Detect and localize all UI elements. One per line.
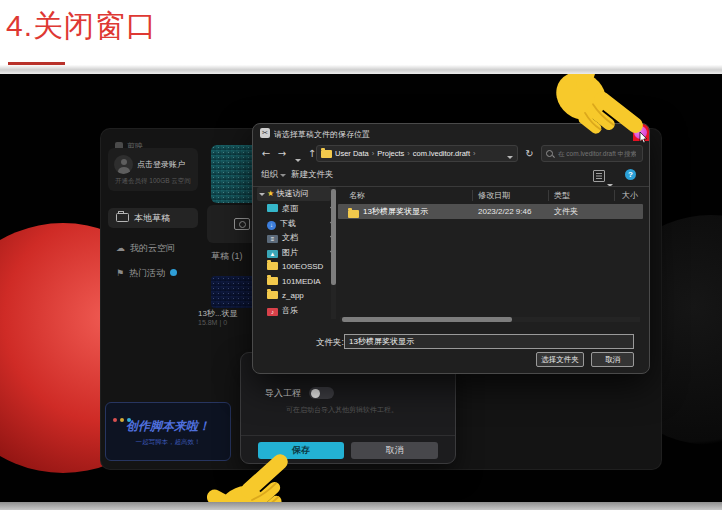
import-project-label: 导入工程 [265, 387, 301, 400]
view-options-button[interactable] [593, 170, 605, 182]
address-bar[interactable]: User Data › Projects › com.lveditor.draf… [316, 145, 518, 162]
breadcrumb-folder-icon [321, 150, 332, 158]
sidebar-scrollbar[interactable] [331, 187, 336, 319]
sidebar-item-local-drafts[interactable]: 本地草稿 [108, 208, 198, 228]
file-date: 2023/2/22 9:46 [478, 204, 531, 219]
folder-icon [267, 262, 278, 270]
tutorial-page: 4.关闭窗口 剪映 点击登录账户 开通会员得 100GB 云空间 本地草稿 ☁我… [0, 0, 722, 510]
scrollbar-thumb[interactable] [331, 189, 336, 285]
new-folder-button[interactable]: 新建文件夹 [291, 169, 334, 181]
back-button[interactable]: ← [259, 146, 273, 162]
folder-icon [267, 277, 278, 285]
bottom-edge-bar [0, 502, 722, 510]
toggle-knob [311, 389, 320, 398]
documents-icon: ≡ [267, 235, 278, 243]
organize-button[interactable]: 组织 [261, 169, 286, 181]
folder-outline-icon [116, 213, 129, 222]
file-row[interactable]: 13秒横屏奖状显示 2023/2/22 9:46 文件夹 [338, 204, 643, 219]
sidebar-item-desktop[interactable]: 桌面 [267, 202, 298, 216]
breadcrumb-item[interactable]: Projects [377, 149, 404, 158]
avatar [114, 155, 133, 174]
promo-banner[interactable]: 创作脚本来啦！ 一起写脚本，超高效！ [105, 402, 231, 461]
folder-icon [348, 210, 359, 218]
dialog-cancel-button[interactable]: 取消 [591, 352, 634, 367]
folder-name-input[interactable] [344, 334, 634, 349]
desktop-stage: 剪映 点击登录账户 开通会员得 100GB 云空间 本地草稿 ☁我的云空间 ⚑热… [0, 74, 722, 502]
camera-icon [234, 218, 250, 230]
file-type: 文件夹 [554, 204, 578, 219]
header-divider [0, 65, 722, 74]
login-card[interactable]: 点击登录账户 开通会员得 100GB 云空间 [108, 148, 198, 191]
downloads-icon: ↓ [267, 221, 276, 230]
dialog-app-icon: ✂ [260, 128, 270, 138]
dialog-title: 请选择草稿文件的保存位置 [274, 129, 370, 140]
music-icon: ♪ [267, 308, 278, 316]
file-name: 13秒横屏奖状显示 [363, 204, 428, 219]
settings-cancel-button[interactable]: 取消 [351, 442, 438, 459]
forward-button[interactable]: → [275, 146, 289, 162]
breadcrumb-item[interactable]: com.lveditor.draft [413, 149, 470, 158]
column-header-date[interactable]: 修改日期 [478, 190, 510, 201]
column-header-size[interactable]: 大小 [622, 190, 638, 201]
desktop-icon [267, 204, 278, 212]
sidebar-item-music[interactable]: ♪音乐 [267, 304, 298, 318]
file-dialog: ✂ 请选择草稿文件的保存位置 ← → ↑ User Data › Project… [252, 123, 650, 374]
drafts-section-label: 草稿 (1) [211, 250, 243, 263]
breadcrumb-separator: › [473, 149, 476, 158]
draft-name: 13秒...状显 [198, 308, 238, 319]
banner-subtitle: 一起写脚本，超高效！ [106, 438, 230, 447]
cloud-icon: ☁ [116, 243, 125, 253]
breadcrumb-separator: › [372, 149, 375, 158]
sidebar-item-hot-activities[interactable]: ⚑热门活动 [108, 263, 198, 283]
horizontal-scrollbar[interactable] [340, 317, 640, 322]
activity-badge [170, 269, 177, 276]
search-icon [546, 150, 553, 157]
login-title[interactable]: 点击登录账户 [137, 159, 185, 170]
scrollbar-thumb[interactable] [342, 317, 512, 322]
sidebar-item-downloads[interactable]: ↓下载 [267, 217, 296, 231]
import-project-toggle[interactable] [309, 387, 334, 399]
star-icon: ★ [267, 189, 274, 198]
breadcrumb-separator: › [407, 149, 410, 158]
sidebar-item-pictures[interactable]: ▲图片 [267, 246, 298, 260]
banner-title: 创作脚本来啦！ [106, 418, 230, 435]
sidebar-item-folder[interactable]: z_app [267, 289, 304, 303]
refresh-button[interactable]: ↻ [522, 146, 537, 162]
folder-icon [267, 291, 278, 299]
login-subtitle: 开通会员得 100GB 云空间 [115, 177, 191, 186]
help-button[interactable]: ? [625, 169, 636, 180]
pictures-icon: ▲ [267, 250, 278, 258]
flag-icon: ⚑ [116, 268, 124, 278]
sidebar-item-folder[interactable]: 101MEDIA [267, 275, 321, 289]
sidebar-item-documents[interactable]: ≡文档 [267, 231, 298, 245]
view-options-caret[interactable] [607, 173, 613, 191]
import-project-hint: 可在启动台导入其他剪辑软件工程。 [286, 405, 398, 415]
folder-label: 文件夹: [316, 337, 344, 349]
sidebar-item-folder[interactable]: 100EOSSD [267, 260, 323, 274]
sidebar-quick-access[interactable]: ★ 快速访问 [257, 187, 331, 201]
select-folder-button[interactable]: 选择文件夹 [536, 352, 584, 367]
sidebar-item-cloud-space[interactable]: ☁我的云空间 [108, 238, 198, 258]
page-title: 4.关闭窗口 [6, 6, 157, 47]
column-header-name[interactable]: 名称 [349, 190, 365, 201]
column-header-type[interactable]: 类型 [554, 190, 570, 201]
breadcrumb-item[interactable]: User Data [335, 149, 369, 158]
address-dropdown-button[interactable] [507, 145, 513, 163]
recent-locations-button[interactable] [291, 151, 305, 167]
draft-meta: 15.8M | 0 [198, 319, 227, 326]
